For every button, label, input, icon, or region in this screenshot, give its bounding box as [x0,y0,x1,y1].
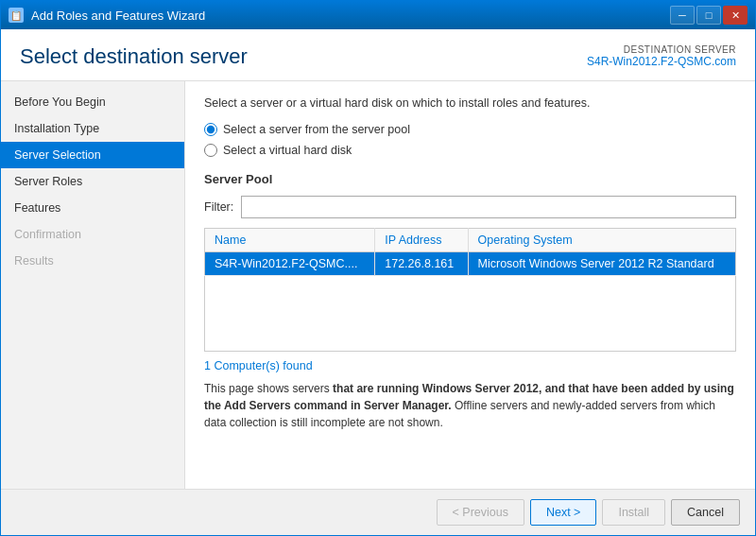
filter-row: Filter: [204,196,736,218]
radio-option-vhd[interactable]: Select a virtual hard disk [204,144,736,157]
cell-server-os: Microsoft Windows Server 2012 R2 Standar… [468,252,735,276]
instruction-text: Select a server or a virtual hard disk o… [204,96,736,110]
radio-option-server-pool[interactable]: Select a server from the server pool [204,123,736,136]
server-pool-title: Server Pool [204,172,736,186]
cell-server-name: S4R-Win2012.F2-QSMC.... [205,252,375,276]
destination-name: S4R-Win2012.F2-QSMC.com [587,55,736,68]
info-text: This page shows servers that are running… [204,380,736,431]
title-bar-left: 📋 Add Roles and Features Wizard [9,8,205,23]
sidebar-item-server-selection[interactable]: Server Selection [1,142,184,168]
radio-server-pool[interactable] [204,123,217,136]
sidebar: Before You Begin Installation Type Serve… [1,81,185,489]
table-row[interactable]: S4R-Win2012.F2-QSMC.... 172.26.8.161 Mic… [205,252,736,276]
main-section: Before You Begin Installation Type Serve… [1,81,755,489]
destination-server-info: DESTINATION SERVER S4R-Win2012.F2-QSMC.c… [587,44,736,68]
page-title: Select destination server [20,44,248,69]
close-button[interactable]: ✕ [723,6,747,25]
cell-server-ip: 172.26.8.161 [375,252,468,276]
install-button[interactable]: Install [602,499,665,526]
col-header-ip: IP Address [375,229,468,252]
filter-label: Filter: [204,200,233,214]
wizard-window: 📋 Add Roles and Features Wizard ─ □ ✕ Se… [0,0,756,536]
title-bar: 📋 Add Roles and Features Wizard ─ □ ✕ [1,1,755,29]
destination-label: DESTINATION SERVER [587,44,736,55]
radio-vhd[interactable] [204,144,217,157]
previous-button[interactable]: < Previous [437,499,524,526]
computers-found: 1 Computer(s) found [204,359,736,372]
minimize-button[interactable]: ─ [670,6,695,25]
restore-button[interactable]: □ [696,6,721,25]
sidebar-item-results: Results [1,248,184,274]
sidebar-item-server-roles[interactable]: Server Roles [1,168,184,195]
server-table: Name IP Address Operating System S4R-Win… [204,228,736,352]
sidebar-item-before-you-begin[interactable]: Before You Begin [1,89,184,115]
server-pool-section: Server Pool Filter: Name IP Address Oper… [204,172,736,431]
empty-table-row [205,276,736,352]
window-icon: 📋 [9,8,24,23]
sidebar-item-confirmation: Confirmation [1,221,184,248]
radio-vhd-label: Select a virtual hard disk [223,144,352,157]
footer: < Previous Next > Install Cancel [1,489,755,535]
sidebar-item-features[interactable]: Features [1,195,184,221]
sidebar-item-installation-type[interactable]: Installation Type [1,115,184,142]
radio-group: Select a server from the server pool Sel… [204,123,736,157]
radio-server-pool-label: Select a server from the server pool [223,123,410,136]
window-title: Add Roles and Features Wizard [31,9,205,23]
cancel-button[interactable]: Cancel [671,499,740,526]
next-button[interactable]: Next > [530,499,596,526]
table-header-row: Name IP Address Operating System [205,229,736,252]
title-bar-buttons: ─ □ ✕ [670,6,747,25]
col-header-name: Name [205,229,375,252]
header-section: Select destination server DESTINATION SE… [1,29,755,81]
right-panel: Select a server or a virtual hard disk o… [185,81,755,489]
col-header-os: Operating System [468,229,735,252]
filter-input[interactable] [241,196,736,218]
content-area: Select destination server DESTINATION SE… [1,29,755,535]
